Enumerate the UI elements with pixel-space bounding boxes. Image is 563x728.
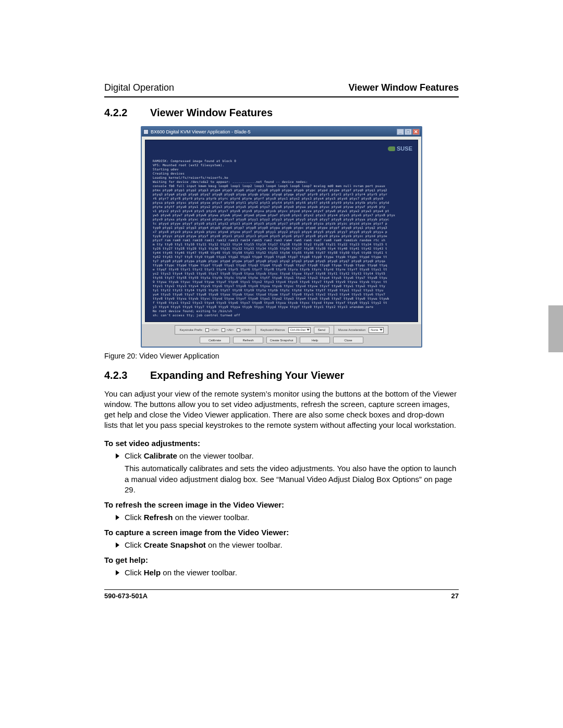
bullet-icon [116,453,119,459]
viewer-app-window: BX600 Digital KVM Viewer Application - B… [141,126,422,348]
terminal-line: ptyx9 ptyxa ptyxb ptyxc ptyxd ptyxe ptyx… [153,217,412,221]
section-number: 4.2.2 [104,107,136,119]
task-head-video-adjust: To set video adjustments: [104,439,459,448]
close-button[interactable]: ✕ [412,129,420,135]
terminal-line: ttyt6 ttyt7 ttyt8 ttyt9 ttyta ttytb ttyt… [153,276,412,280]
bullet-calibrate: Click Calibrate on the viewer toolbar. T… [116,451,459,495]
ctrl-checkbox[interactable]: <Ctrl> [205,328,218,332]
terminal-line: f ttyx0 ttyx1 ttyx2 ttyx3 ttyx4 ttyx5 tt… [153,301,412,305]
thumb-index-tab [548,305,563,352]
terminal-line: ptyq3 ptyq4 ptyq5 ptyq6 ptyq7 ptyq8 ptyq… [153,192,412,196]
section-4-2-2-heading: 4.2.2 Viewer Window Features [104,107,459,119]
header-right: Viewer Window Features [348,82,459,93]
terminal-line: Loading kernel/fs/reiserfs/reiserfs.ko [153,176,412,180]
terminal-line: Creating devices [153,171,412,176]
terminal-line: y3 ttyy4 ttyy5 ttyy6 ttyy7 ttyy8 ttyy9 t… [153,305,412,309]
page-content: Digital Operation Viewer Window Features… [104,82,459,600]
terminal-line: r6 ptyr7 ptyr8 ptyr9 ptyra ptyrb ptyrc p… [153,196,412,201]
terminal-line: v1 ptyv2 ptyv3 ptyv4 ptyv5 ptyv6 ptyv7 p… [153,209,412,213]
figure-caption: Figure 20: Video Viewer Application [104,352,459,360]
terminal-line: m tty tty0 tty1 tty10 tty11 tty12 tty13 … [153,242,412,246]
close-viewer-button[interactable]: Close [333,337,363,343]
app-icon [143,129,149,134]
terminal-line: x7 ptyx8 ptyx9 ptyxa ptyxb ptyxc ptyxd p… [153,230,412,234]
bullet-refresh: Click Refresh on the viewer toolbar. [116,512,459,523]
bullet-snapshot: Click Create Snapshot on the viewer tool… [116,540,459,550]
terminal-line: console fb0 full input kmem kmsg loop0 l… [153,184,412,188]
terminal-line: ttyv1 ttyv2 ttyv3 ttyv4 ttyv5 ttyv6 ttyv… [153,284,412,288]
viewer-toolbar: Keystroke Prefix <Ctrl> <Alt> <Shift> Ke… [142,324,421,347]
create-snapshot-button[interactable]: Create Snapshot [266,337,297,343]
header-rule [104,96,459,97]
terminal-line: tc ptyyd ptyye ptyyf ptyz0 ptyz1 ptyz2 p… [153,221,412,226]
terminal-line: ptyzf ram ram0 ram1 ram10 ram11 ram12 ra… [153,238,412,242]
intro-paragraph: You can adjust your view of the remote s… [104,389,459,430]
terminal-line: 9 ttyua ttyub ttyuc ttyud ttyue ttyuf tt… [153,280,412,284]
section-number: 4.2.3 [104,369,136,381]
terminal-line: tyyb ptyyc ptyyd ptyye ptyyf ptyz0 ptyz1… [153,234,412,238]
window-buttons: _ □ ✕ [396,129,420,135]
refresh-button[interactable]: Refresh [233,337,263,343]
figure-20: BX600 Digital KVM Viewer Application - B… [104,126,459,360]
terminal-line: yu4 ttyu5 ttyu6 ttyu7 ttyu8 ttyu9 ttyua … [153,292,412,297]
page-number: 27 [451,592,459,600]
terminal-line: ty62 tty63 tty7 tty8 tty9 ttyp0 ttyp1 tt… [153,255,412,259]
remote-terminal: SUSE RAMDISK: Compressed image found at … [145,140,418,322]
terminal-output: RAMDISK: Compressed image found at block… [153,159,412,317]
bullet-help: Click Help on the viewer toolbar. [116,567,459,578]
mouse-accel-dropdown[interactable]: None [369,327,383,333]
terminal-line: typ0 ptyp1 ptyp2 ptyp3 ptyp4 ptyp5 ptyp6… [153,226,412,230]
alt-checkbox[interactable]: <Alt> [222,328,234,332]
terminal-line: ty44 tty45 tty46 tty47 tty48 tty49 tty5 … [153,251,412,255]
header-left: Digital Operation [104,82,174,93]
maximize-button[interactable]: □ [405,129,412,135]
minimize-button[interactable]: _ [397,129,404,135]
bullet-icon [116,542,119,548]
terminal-line: VFS: Mounted root (ext2 filesystem). [153,163,412,167]
gecko-icon [388,146,395,151]
terminal-line: No root device found; exiting to /bin/sh [153,309,412,313]
terminal-line: RAMDISK: Compressed image found at block… [153,159,412,163]
keystroke-prefix-group: Keystroke Prefix <Ctrl> <Alt> <Shift> [175,325,256,335]
keyboard-macros-group: Keyboard Macros Ctrl-Alt-Del Send [256,325,334,335]
terminal-line: ttypb ttypc ttypd ttype ttypf ttyq0 ttyq… [153,263,412,267]
bullet-icon [116,570,119,575]
terminal-line: ty26 tty27 tty28 tty29 tty3 tty30 tty31 … [153,246,412,251]
terminal-line: Waiting for device /dev/sda2 to appear: … [153,180,412,184]
calibrate-button[interactable]: Calibrate [200,337,230,343]
section-4-2-3-heading: 4.2.3 Expanding and Refreshing Your View… [104,369,459,381]
window-title: BX600 Digital KVM Viewer Application - B… [151,129,250,134]
terminal-line: ptmx ptyp0 ptyp1 ptyp2 ptyp3 ptyp4 ptyp5… [153,188,412,192]
running-header: Digital Operation Viewer Window Features [104,82,459,93]
terminal-line: e ttyqf ttyr0 ttyr1 ttyr2 ttyr3 ttyr4 tt… [153,267,412,272]
shift-checkbox[interactable]: <Shift> [237,328,251,332]
terminal-line: ptysa ptysb ptysc ptysd ptyse ptysf ptyt… [153,201,412,205]
task-head-help: To get help: [104,556,459,564]
terminal-line: ty1 ttyt2 ttyt3 ttyt4 ttyt5 ttyt6 ttyt7 … [153,288,412,292]
task-head-snapshot: To capture a screen image from the Video… [104,528,459,537]
task-head-refresh: To refresh the screen image in the Video… [104,500,459,509]
send-button[interactable]: Send [314,327,329,334]
terminal-line: ptyte ptytf ptyu0 ptyu1 ptyu2 ptyu3 ptyu… [153,205,412,209]
mouse-accel-group: Mouse Acceleration None [334,325,388,335]
help-button[interactable]: Help [300,337,330,343]
window-titlebar: BX600 Digital KVM Viewer Application - B… [142,127,421,137]
toolbar-buttons: CalibrateRefreshCreate SnapshotHelpClose [145,337,418,343]
terminal-line: ty7 ptyp8 ptyp9 ptypa ptypb ptypc ptypd … [153,259,412,263]
running-footer: 590-673-501A 27 [104,590,459,600]
doc-number: 590-673-501A [104,592,148,600]
terminal-line: ys2 ttys3 ttys4 ttys5 ttys6 ttys7 ttys8 … [153,272,412,276]
terminal-line: ttyv8 ttyv9 ttyva ttyvb ttyvc ttyvd ttyv… [153,297,412,301]
terminal-line: sh: can't access tty; job control turned… [153,313,412,317]
macro-dropdown[interactable]: Ctrl-Alt-Del [288,327,311,333]
terminal-line: Starting udev [153,167,412,171]
suse-logo: SUSE [388,145,412,152]
section-title: Expanding and Refreshing Your Viewer [150,369,344,381]
bullet-icon [116,515,119,520]
terminal-line: yw5 ptyw6 ptyw7 ptyw8 ptyw9 ptywa ptywb … [153,213,412,217]
section-title: Viewer Window Features [150,107,273,119]
